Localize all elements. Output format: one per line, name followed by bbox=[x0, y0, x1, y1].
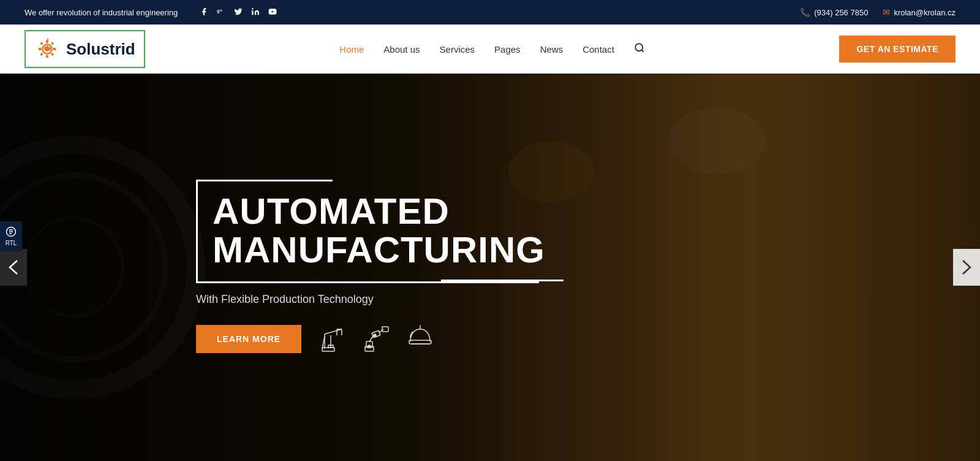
hero-actions: LEARN MORE bbox=[196, 323, 539, 355]
hero-subtitle: With Flexible Production Technology bbox=[196, 293, 539, 306]
phone-number: (934) 256 7850 bbox=[814, 8, 868, 17]
hero-section: AUTOMATED MANUFACTURING With Flexible Pr… bbox=[0, 74, 980, 461]
hero-title: AUTOMATED MANUFACTURING bbox=[213, 192, 539, 269]
hero-content: AUTOMATED MANUFACTURING With Flexible Pr… bbox=[0, 74, 980, 461]
top-bar-left: We offer revolution of industrial engine… bbox=[24, 7, 277, 18]
svg-text:g+: g+ bbox=[217, 8, 223, 13]
nav-news[interactable]: News bbox=[540, 44, 564, 55]
helmet-icon bbox=[404, 323, 436, 355]
tagline: We offer revolution of industrial engine… bbox=[24, 8, 178, 17]
svg-rect-15 bbox=[47, 45, 48, 50]
svg-rect-12 bbox=[40, 53, 43, 56]
googleplus-link[interactable]: g+ bbox=[217, 7, 225, 18]
email-icon: ✉ bbox=[883, 7, 890, 17]
email-info: ✉ krolan@krolan.cz bbox=[883, 7, 956, 17]
phone-icon: 📞 bbox=[800, 7, 810, 17]
svg-rect-9 bbox=[53, 48, 56, 50]
nav-pages[interactable]: Pages bbox=[494, 44, 521, 55]
top-bar-right: 📞 (934) 256 7850 ✉ krolan@krolan.cz bbox=[800, 7, 956, 17]
svg-point-44 bbox=[368, 345, 371, 348]
svg-rect-13 bbox=[51, 53, 54, 56]
logo-icon bbox=[34, 36, 60, 62]
svg-point-45 bbox=[374, 334, 376, 337]
svg-rect-46 bbox=[409, 340, 431, 344]
crane-icon bbox=[318, 323, 350, 355]
nav-services[interactable]: Services bbox=[440, 44, 475, 55]
top-bar: We offer revolution of industrial engine… bbox=[0, 0, 980, 25]
logo[interactable]: Solustrid bbox=[24, 30, 145, 68]
main-nav: Home About us Services Pages News Contac… bbox=[339, 42, 645, 56]
rtl-label: RTL bbox=[6, 240, 17, 246]
svg-rect-14 bbox=[44, 47, 46, 50]
svg-point-2 bbox=[252, 8, 253, 9]
social-links: g+ bbox=[200, 7, 277, 18]
robotic-arm-icon bbox=[361, 323, 393, 355]
svg-rect-10 bbox=[40, 42, 43, 45]
hero-frame: AUTOMATED MANUFACTURING bbox=[196, 180, 539, 283]
main-header: Solustrid Home About us Services Pages N… bbox=[0, 25, 980, 74]
email-address: krolan@krolan.cz bbox=[894, 8, 956, 17]
nav-about[interactable]: About us bbox=[383, 44, 420, 55]
nav-home[interactable]: Home bbox=[339, 44, 364, 55]
svg-rect-41 bbox=[372, 330, 380, 338]
phone-info: 📞 (934) 256 7850 bbox=[800, 7, 868, 17]
slider-prev-button[interactable] bbox=[0, 249, 27, 286]
get-estimate-button[interactable]: GET AN ESTIMATE bbox=[839, 36, 956, 63]
svg-line-30 bbox=[325, 329, 342, 334]
hero-industry-icons bbox=[318, 323, 436, 355]
svg-rect-11 bbox=[51, 42, 54, 45]
nav-contact[interactable]: Contact bbox=[582, 44, 614, 55]
svg-rect-16 bbox=[49, 47, 51, 50]
svg-line-18 bbox=[641, 50, 643, 51]
svg-rect-8 bbox=[39, 48, 42, 50]
twitter-link[interactable] bbox=[234, 7, 243, 18]
search-icon[interactable] bbox=[634, 42, 645, 56]
linkedin-link[interactable] bbox=[251, 7, 260, 18]
slider-next-button[interactable] bbox=[953, 249, 980, 286]
svg-point-17 bbox=[635, 44, 643, 51]
youtube-link[interactable] bbox=[268, 7, 277, 18]
rtl-button[interactable]: RTL bbox=[0, 221, 22, 251]
logo-text: Solustrid bbox=[66, 40, 135, 59]
svg-rect-7 bbox=[46, 55, 48, 58]
learn-more-button[interactable]: LEARN MORE bbox=[196, 325, 301, 353]
svg-rect-33 bbox=[322, 348, 334, 351]
facebook-link[interactable] bbox=[200, 7, 208, 18]
